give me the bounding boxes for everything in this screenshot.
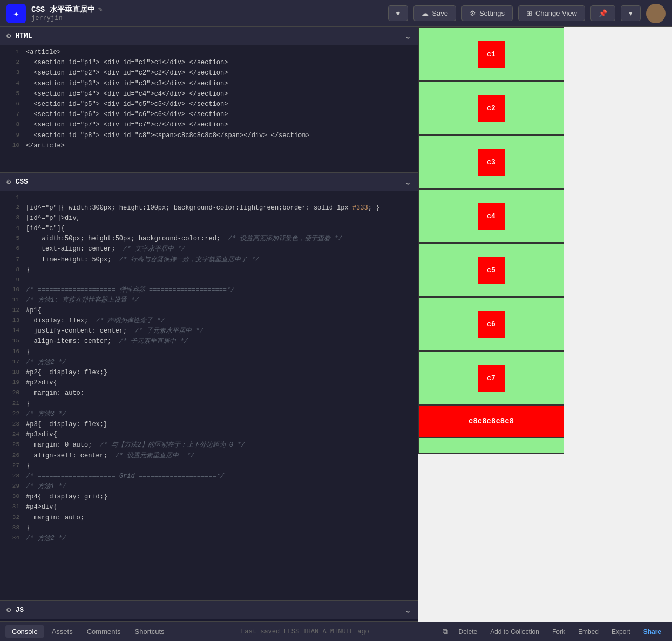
project-title: CSS 水平垂直居中 ✎ [31, 5, 383, 15]
code-line: 8} [0, 265, 418, 275]
code-line: 28/* ==================== Grid =========… [0, 471, 418, 482]
change-view-button[interactable]: ⊞ Change View [518, 5, 585, 21]
preview-section: c3 [418, 135, 564, 189]
bottom-tabs: ConsoleAssetsCommentsShortcuts [5, 625, 171, 638]
project-username: jerryjin [31, 15, 383, 22]
bottom-bar: ConsoleAssetsCommentsShortcuts Last save… [0, 622, 672, 641]
code-line: 2[id^="p"]{ width:300px; height:100px; b… [0, 203, 418, 213]
code-line: 25 margin: 0 auto; /* 与【方法2】的区别在于：上下外边距为… [0, 440, 418, 450]
code-line: 29/* 方法1 */ [0, 482, 418, 492]
preview-section: c1 [418, 27, 564, 81]
code-line: 5 width:50px; height:50px; background-co… [0, 234, 418, 244]
code-line: 6 text-align: center; /* 文字水平居中 */ [0, 244, 418, 254]
code-line: 34/* 方法2 */ [0, 534, 418, 544]
delete-button[interactable]: Delete [453, 626, 483, 638]
html-panel-title: HTML [15, 32, 400, 40]
preview-cell: c6 [478, 311, 505, 338]
html-panel: ⚙ HTML ⌄ 1<article>2 <section id="p1"> <… [0, 27, 418, 173]
code-line: 5 <section id="p4"> <div id="c4">c4</div… [0, 89, 418, 99]
code-line: 18#p2{ display: flex;} [0, 368, 418, 378]
preview-section: c4 [418, 189, 564, 243]
code-line: 16} [0, 347, 418, 357]
edit-icon[interactable]: ✎ [98, 5, 103, 14]
html-code-area[interactable]: 1<article>2 <section id="p1"> <div id="c… [0, 45, 418, 172]
preview-cell: c1 [478, 41, 505, 68]
code-line: 9 <section id="p8"> <div id="c8"><span>c… [0, 131, 418, 141]
preview-cell: c3 [478, 149, 505, 176]
code-line: 4[id^="c"]{ [0, 224, 418, 234]
code-line: 3[id^="p"]>div, [0, 213, 418, 224]
preview-cell: c4 [478, 203, 505, 230]
code-line: 13 display: flex; /* 声明为弹性盒子 */ [0, 316, 418, 326]
code-line: 22/* 方法3 */ [0, 409, 418, 420]
fork-button[interactable]: Fork [547, 626, 571, 638]
love-icon: ♥ [396, 9, 401, 17]
preview-area: c1c2c3c4c5c6c7c8c8c8c8c8 [418, 27, 672, 454]
add-to-collection-button[interactable]: Add to Collection [485, 626, 545, 638]
js-panel-title: JS [15, 606, 400, 614]
code-line: 33} [0, 523, 418, 534]
project-info: CSS 水平垂直居中 ✎ jerryjin [31, 5, 383, 22]
preview-panel: c1c2c3c4c5c6c7c8c8c8c8c8 [418, 27, 672, 622]
external-link-button[interactable]: ⧉ [439, 625, 451, 638]
view-icon: ⊞ [526, 9, 532, 17]
code-line: 27} [0, 461, 418, 471]
code-line: 20 margin: auto; [0, 388, 418, 399]
code-line: 8 <section id="p7"> <div id="c7">c7</div… [0, 120, 418, 130]
love-button[interactable]: ♥ [388, 5, 409, 21]
left-panel: ⚙ HTML ⌄ 1<article>2 <section id="p1"> <… [0, 27, 418, 622]
code-line: 23#p3{ display: flex;} [0, 420, 418, 430]
html-gear-icon[interactable]: ⚙ [6, 31, 11, 41]
cloud-icon: ☁ [422, 9, 429, 17]
code-line: 30#p4{ display: grid;} [0, 492, 418, 502]
bottom-tab-console[interactable]: Console [5, 625, 44, 638]
bottom-actions: ⧉ Delete Add to Collection Fork Embed Ex… [439, 625, 667, 638]
pin-icon: 📌 [599, 9, 607, 17]
code-line: 9 [0, 275, 418, 285]
export-button[interactable]: Export [606, 626, 636, 638]
js-panel-toggle[interactable]: ⌄ [404, 605, 411, 615]
html-panel-toggle[interactable]: ⌄ [404, 31, 411, 41]
code-line: 2 <section id="p1"> <div id="c1">c1</div… [0, 58, 418, 68]
embed-button[interactable]: Embed [573, 626, 604, 638]
avatar [646, 4, 666, 23]
css-code-area[interactable]: 12[id^="p"]{ width:300px; height:100px; … [0, 191, 418, 600]
code-line: 26 align-self: center; /* 设置元素垂直居中 */ [0, 451, 418, 461]
code-line: 15 align-items: center; /* 子元素垂直居中 */ [0, 336, 418, 347]
settings-button[interactable]: ⚙ Settings [461, 5, 513, 21]
header: ✦ CSS 水平垂直居中 ✎ jerryjin ♥ ☁ Save ⚙ Setti… [0, 0, 672, 27]
js-gear-icon[interactable]: ⚙ [6, 605, 11, 615]
main-layout: ⚙ HTML ⌄ 1<article>2 <section id="p1"> <… [0, 27, 672, 622]
code-line: 24#p3>div{ [0, 430, 418, 440]
preview-cell: c2 [478, 95, 505, 122]
project-title-text: CSS 水平垂直居中 [31, 5, 95, 15]
css-gear-icon[interactable]: ⚙ [6, 177, 11, 186]
preview-section: c7 [418, 351, 564, 405]
save-button[interactable]: ☁ Save [413, 5, 456, 21]
css-panel-header: ⚙ CSS ⌄ [0, 173, 418, 191]
code-line: 14 justify-content: center; /* 子元素水平居中 *… [0, 326, 418, 336]
preview-section: c2 [418, 81, 564, 135]
preview-cell: c5 [478, 257, 505, 284]
preview-bottom-green [418, 437, 564, 454]
preview-section: c6 [418, 297, 564, 351]
code-line: 7 <section id="p6"> <div id="c6">c6</div… [0, 110, 418, 120]
bottom-tab-shortcuts[interactable]: Shortcuts [128, 625, 171, 638]
code-line: 10</article> [0, 141, 418, 151]
css-panel-title: CSS [15, 178, 400, 186]
code-line: 32 margin: auto; [0, 513, 418, 523]
bottom-tab-comments[interactable]: Comments [80, 625, 127, 638]
code-line: 19#p2>div{ [0, 378, 418, 388]
logo-icon: ✦ [6, 4, 26, 23]
css-panel-toggle[interactable]: ⌄ [404, 177, 411, 187]
code-line: 3 <section id="p2"> <div id="c2">c2</div… [0, 68, 418, 78]
more-button[interactable]: ▾ [621, 5, 641, 21]
share-button[interactable]: Share [638, 626, 667, 638]
bottom-tab-assets[interactable]: Assets [45, 625, 79, 638]
preview-wide-cell: c8c8c8c8c8 [418, 405, 564, 437]
code-line: 11/* 方法1: 直接在弹性容器上设置 */ [0, 295, 418, 306]
pin-button[interactable]: 📌 [590, 5, 615, 21]
code-line: 7 line-height: 50px; /* 行高与容器保持一致，文字就垂直居… [0, 255, 418, 265]
css-panel: ⚙ CSS ⌄ 12[id^="p"]{ width:300px; height… [0, 173, 418, 601]
html-panel-header: ⚙ HTML ⌄ [0, 27, 418, 45]
